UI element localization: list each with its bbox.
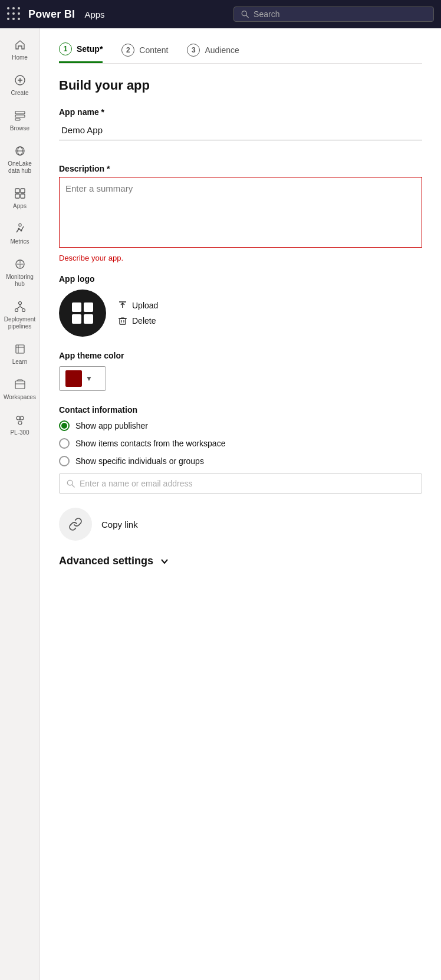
contact-search-row[interactable] — [59, 473, 422, 494]
sidebar-item-browse[interactable]: Browse — [2, 104, 38, 137]
svg-rect-6 — [15, 115, 25, 117]
tab-setup-label: Setup* — [77, 44, 103, 54]
description-textarea[interactable] — [59, 177, 422, 248]
search-box[interactable] — [233, 6, 434, 22]
radio-show-items-contacts[interactable]: Show items contacts from the workspace — [59, 438, 422, 449]
svg-rect-30 — [72, 302, 81, 312]
sidebar-item-onelake[interactable]: OneLake data hub — [2, 139, 38, 179]
sidebar-item-pl300[interactable]: PL-300 — [2, 408, 38, 441]
theme-color-label: App theme color — [59, 351, 422, 360]
contact-search-input[interactable] — [80, 479, 414, 488]
sidebar-item-deployment[interactable]: Deployment pipelines — [2, 295, 38, 335]
sidebar-label-pl300: PL-300 — [10, 429, 29, 436]
tab-setup[interactable]: 1 Setup* — [59, 42, 103, 63]
logo-svg — [70, 300, 96, 326]
sidebar-item-home[interactable]: Home — [2, 33, 38, 66]
sidebar-item-apps[interactable]: Apps — [2, 182, 38, 215]
svg-rect-31 — [84, 302, 93, 312]
radio-circle-publisher — [59, 420, 70, 431]
svg-point-20 — [15, 309, 18, 312]
copy-link-button[interactable] — [59, 508, 92, 541]
deployment-icon — [13, 300, 27, 314]
sidebar-item-metrics[interactable]: Metrics — [2, 217, 38, 250]
app-name-label: App name * — [59, 107, 422, 117]
upload-button[interactable]: Upload — [118, 301, 158, 310]
sidebar-label-deployment: Deployment pipelines — [4, 316, 35, 330]
delete-icon — [118, 316, 127, 325]
tab-audience-num: 3 — [187, 44, 200, 57]
svg-line-1 — [246, 15, 249, 18]
svg-point-27 — [17, 416, 20, 420]
sidebar-item-learn[interactable]: Learn — [2, 337, 38, 370]
description-group: Description * Describe your app. — [59, 164, 422, 262]
svg-point-16 — [20, 230, 22, 232]
svg-point-21 — [22, 309, 25, 312]
tab-content[interactable]: 2 Content — [121, 44, 168, 63]
app-name-group: App name * — [59, 107, 422, 152]
svg-rect-5 — [15, 111, 25, 114]
search-icon — [241, 10, 249, 18]
copy-link-label: Copy link — [101, 519, 138, 530]
description-error: Describe your app. — [59, 254, 422, 262]
sidebar-label-metrics: Metrics — [10, 238, 29, 245]
logo-actions: Upload Delete — [118, 301, 158, 325]
svg-rect-36 — [120, 318, 126, 324]
sidebar-label-browse: Browse — [10, 125, 29, 132]
svg-rect-11 — [15, 189, 19, 193]
advanced-settings-toggle[interactable]: Advanced settings — [59, 555, 422, 567]
sidebar-label-learn: Learn — [12, 359, 28, 366]
sidebar-label-create: Create — [11, 90, 28, 97]
sidebar-item-monitoring[interactable]: Monitoring hub — [2, 252, 38, 292]
advanced-chevron-icon — [159, 556, 170, 567]
radio-label-publisher: Show app publisher — [75, 421, 148, 430]
search-input[interactable] — [254, 9, 426, 19]
onelake-icon — [13, 144, 27, 158]
radio-dot-publisher — [61, 423, 67, 429]
pl300-icon — [13, 413, 27, 427]
sidebar-label-home: Home — [12, 54, 28, 61]
content-area: 1 Setup* 2 Content 3 Audience Build your… — [40, 28, 441, 980]
radio-show-publisher[interactable]: Show app publisher — [59, 420, 422, 431]
svg-rect-13 — [15, 194, 19, 198]
page-title: Build your app — [59, 78, 422, 93]
delete-button[interactable]: Delete — [118, 316, 158, 325]
svg-line-41 — [72, 485, 74, 487]
sidebar-item-workspaces[interactable]: Workspaces — [2, 373, 38, 406]
copy-link-section: Copy link — [59, 508, 422, 541]
advanced-settings-label: Advanced settings — [59, 555, 153, 567]
link-icon — [68, 517, 83, 531]
app-name-input[interactable] — [59, 120, 422, 140]
svg-point-29 — [18, 421, 22, 425]
svg-rect-22 — [16, 345, 24, 353]
svg-rect-14 — [21, 194, 25, 198]
tab-audience[interactable]: 3 Audience — [187, 44, 239, 63]
top-bar: Power BI Apps — [0, 0, 441, 28]
browse-icon — [13, 108, 27, 123]
contact-info-label: Contact information — [59, 405, 422, 415]
sidebar-label-apps: Apps — [13, 203, 27, 210]
radio-show-specific[interactable]: Show specific individuals or groups — [59, 456, 422, 466]
create-icon — [13, 73, 27, 87]
monitoring-icon — [13, 257, 27, 271]
contact-section: Contact information Show app publisher S… — [59, 405, 422, 494]
color-swatch — [65, 370, 82, 387]
waffle-icon[interactable] — [7, 7, 21, 21]
radio-group: Show app publisher Show items contacts f… — [59, 420, 422, 466]
app-logo-section: App logo — [59, 274, 422, 337]
color-picker-button[interactable]: ▼ — [59, 366, 106, 391]
contact-search-icon — [67, 479, 75, 488]
radio-label-specific: Show specific individuals or groups — [75, 456, 204, 466]
sidebar-label-onelake: OneLake data hub — [5, 160, 35, 175]
learn-icon — [13, 342, 27, 356]
main-layout: Home Create Browse — [0, 28, 441, 980]
apps-icon — [13, 186, 27, 200]
logo-row: Upload Delete — [59, 290, 422, 337]
sidebar-label-workspaces: Workspaces — [4, 394, 36, 401]
radio-label-items: Show items contacts from the workspace — [75, 439, 225, 448]
workspaces-icon — [13, 377, 27, 392]
sidebar-label-monitoring: Monitoring hub — [5, 274, 35, 288]
sidebar-item-create[interactable]: Create — [2, 68, 38, 101]
tab-audience-label: Audience — [205, 45, 239, 55]
radio-circle-items — [59, 438, 70, 449]
radio-circle-specific — [59, 456, 70, 466]
